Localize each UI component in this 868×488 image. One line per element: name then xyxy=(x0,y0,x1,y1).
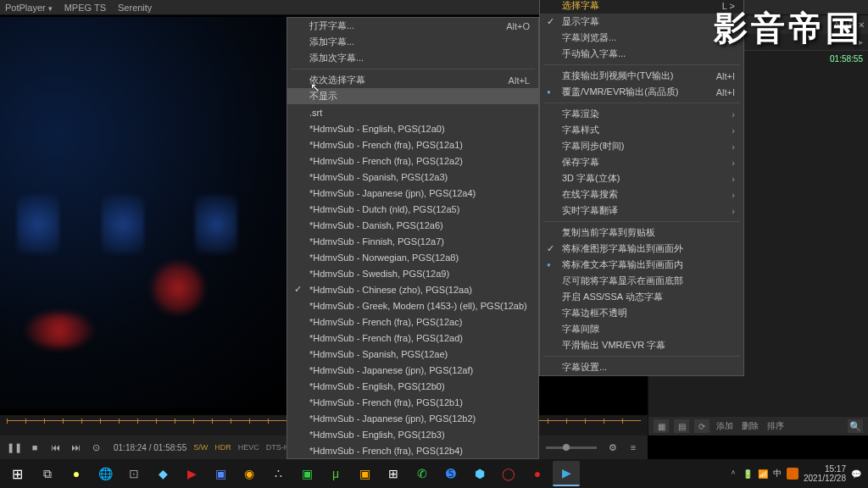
settings-icon[interactable]: ⚙ xyxy=(604,439,622,456)
subtitle-track-item[interactable]: *HdmvSub - Norwegian, PGS(12a8) xyxy=(287,249,538,265)
start-button[interactable]: ⊞ xyxy=(2,461,32,486)
menu2-border-opaque[interactable]: 字幕边框不透明 xyxy=(540,305,743,321)
menu2-ass-ssa[interactable]: 开启 ASS/SSA 动态字幕 xyxy=(540,289,743,305)
menu2-render[interactable]: 字幕渲染› xyxy=(540,106,743,122)
system-tray[interactable]: ＾ 🔋 📶 中 15:17 2021/12/28 💬 xyxy=(729,464,866,483)
subtitle-track-item[interactable]: *HdmvSub - English, PGS(12a0) xyxy=(287,120,538,136)
menu2-show-subtitle[interactable]: 显示字幕 xyxy=(540,14,743,30)
menu2-3d[interactable]: 3D 字幕(立体)› xyxy=(540,170,743,186)
subtitle-track-item[interactable]: *HdmvSub - French (fra), PGS(12ad) xyxy=(287,330,538,346)
subtitle-track-item[interactable]: *HdmvSub - Japanese (jpn), PGS(12a4) xyxy=(287,185,538,201)
subtitle-track-item[interactable]: *HdmvSub - English, PGS(12b0) xyxy=(287,378,538,394)
clock[interactable]: 15:17 2021/12/28 xyxy=(804,464,846,483)
menu-add-subtitle[interactable]: 添加字幕... xyxy=(287,34,538,50)
menu-select-in-turn[interactable]: 依次选择字幕Alt+L xyxy=(287,72,538,88)
time-display: 01:18:24 / 01:58:55 xyxy=(114,443,186,452)
video-viewport[interactable] xyxy=(0,17,287,408)
menu2-title[interactable]: 选择字幕L > xyxy=(540,0,743,14)
subtitle-track-item[interactable]: *HdmvSub - French (fra), PGS(12b1) xyxy=(287,394,538,410)
menu-srt[interactable]: .srt xyxy=(287,104,538,120)
menu2-gap[interactable]: 字幕间隙 xyxy=(540,321,743,337)
app-icon[interactable]: ◉ xyxy=(236,461,263,486)
search-icon[interactable]: 🔍 xyxy=(848,419,863,433)
webcam-icon[interactable]: ⊙ xyxy=(86,439,105,456)
menu2-bottom-display[interactable]: 尽可能将字幕显示在画面底部 xyxy=(540,273,743,289)
menu2-translate[interactable]: 实时字幕翻译› xyxy=(540,202,743,219)
app-icon[interactable]: ▶ xyxy=(178,461,205,486)
pause-button[interactable]: ❚❚ xyxy=(5,439,24,456)
menu2-sync[interactable]: 字幕同步(时间)› xyxy=(540,138,743,154)
menu-no-display[interactable]: 不显示 xyxy=(287,88,538,104)
app-icon[interactable]: ➎ xyxy=(437,461,465,486)
subtitle-track-item[interactable]: *HdmvSub - French (fra), PGS(12a1) xyxy=(287,136,538,152)
notification-icon[interactable]: 💬 xyxy=(851,469,861,479)
app-icon[interactable]: ▣ xyxy=(207,461,234,486)
subtitle-track-item[interactable]: *HdmvSub - French (fra), PGS(12a2) xyxy=(287,152,538,169)
menu2-smooth-vmr[interactable]: 平滑输出 VMR/EVR 字幕 xyxy=(540,337,743,353)
tray-battery-icon[interactable]: 🔋 xyxy=(743,469,753,479)
menu2-manual-input[interactable]: 手动输入字幕... xyxy=(540,46,743,62)
potplayer-task-icon[interactable]: ▶ xyxy=(553,461,580,486)
app-icon[interactable]: ∴ xyxy=(264,461,292,486)
playlist-btn-a[interactable]: ▦ xyxy=(654,419,669,433)
next-button[interactable]: ⏭ xyxy=(66,439,85,456)
menu2-settings[interactable]: 字幕设置... xyxy=(540,359,743,375)
windows-taskbar: ⊞ ⧉ ● 🌐 ⊡ ◆ ▶ ▣ ◉ ∴ ▣ μ ▣ ⊞ ✆ ➎ ⬢ ◯ ● ▶ … xyxy=(0,459,868,488)
tag-sw: S/W xyxy=(193,443,208,452)
subtitle-track-item[interactable]: *HdmvSub - Japanese (jpn), PGS(12b2) xyxy=(287,410,538,426)
playlist-btn-b[interactable]: ▤ xyxy=(674,419,689,433)
menu2-text-inside[interactable]: 将标准文本字幕输出到画面内 xyxy=(540,257,743,273)
app-name[interactable]: PotPlayer xyxy=(5,3,53,13)
playlist-toggle-icon[interactable]: ≡ xyxy=(624,439,643,456)
app-icon[interactable]: ▣ xyxy=(351,461,378,486)
app-icon[interactable]: ● xyxy=(524,461,551,486)
menu-open-subtitle[interactable]: 打开字幕...Alt+O xyxy=(287,18,538,34)
menu2-style[interactable]: 字幕样式› xyxy=(540,122,743,138)
app-icon[interactable]: ◯ xyxy=(495,461,522,486)
app-icon[interactable]: ▣ xyxy=(293,461,320,486)
tray-wifi-icon[interactable]: 📶 xyxy=(758,469,768,479)
app-icon[interactable]: ⬢ xyxy=(466,461,493,486)
menu2-save[interactable]: 保存字幕› xyxy=(540,154,743,170)
subtitle-track-item[interactable]: *HdmvSub - Danish, PGS(12a6) xyxy=(287,217,538,233)
prev-button[interactable]: ⏮ xyxy=(46,439,64,456)
playlist-sort[interactable]: 排序 xyxy=(765,420,786,432)
subtitle-track-item[interactable]: *HdmvSub - English, PGS(12b3) xyxy=(287,426,538,442)
app-icon[interactable]: 🌐 xyxy=(92,461,119,486)
subtitle-track-item[interactable]: *HdmvSub - Dutch (nld), PGS(12a5) xyxy=(287,201,538,217)
subtitle-track-item[interactable]: *HdmvSub - French (fra), PGS(12b4) xyxy=(287,442,538,458)
tray-app-icon[interactable] xyxy=(787,468,798,480)
menu2-direct-output[interactable]: 直接输出到视频中(TV输出)Alt+I xyxy=(540,68,743,84)
subtitle-track-item[interactable]: *HdmvSub - Chinese (zho), PGS(12aa) xyxy=(287,281,538,297)
menu2-subtitle-browser[interactable]: 字幕浏览器... xyxy=(540,30,743,46)
volume-slider[interactable] xyxy=(546,446,597,449)
subtitle-options-menu: 选择字幕L > 显示字幕 字幕浏览器... 手动输入字幕... 直接输出到视频中… xyxy=(539,0,744,376)
menu2-online-search[interactable]: 在线字幕搜索› xyxy=(540,186,743,202)
menu-add-secondary-subtitle[interactable]: 添加次字幕... xyxy=(287,50,538,66)
app-icon[interactable]: μ xyxy=(322,461,349,486)
playlist-add[interactable]: 添加 xyxy=(715,420,735,432)
stop-button[interactable]: ■ xyxy=(25,439,44,456)
app-icon[interactable]: ● xyxy=(63,461,90,486)
subtitle-track-item[interactable]: *HdmvSub - Spanish, PGS(12ae) xyxy=(287,346,538,362)
app-icon[interactable]: ◆ xyxy=(149,461,176,486)
tray-ime-icon[interactable]: 中 xyxy=(773,468,782,480)
menu2-copy-clipboard[interactable]: 复制当前字幕到剪贴板 xyxy=(540,225,743,241)
menu-group-open: 打开字幕...Alt+O 添加字幕... 添加次字幕... xyxy=(287,18,538,66)
subtitle-track-item[interactable]: *HdmvSub - French (fra), PGS(12ac) xyxy=(287,313,538,330)
subtitle-track-item[interactable]: *HdmvSub - Finnish, PGS(12a7) xyxy=(287,233,538,249)
subtitle-track-item[interactable]: *HdmvSub - Spanish, PGS(12a3) xyxy=(287,169,538,185)
subtitle-track-item[interactable]: *HdmvSub - Greek, Modern (1453-) (ell), … xyxy=(287,297,538,313)
playlist-delete[interactable]: 删除 xyxy=(740,420,760,432)
subtitle-context-menu: 打开字幕...Alt+O 添加字幕... 添加次字幕... 依次选择字幕Alt+… xyxy=(287,17,539,459)
playlist-btn-c[interactable]: ⟳ xyxy=(694,419,709,433)
subtitle-track-item[interactable]: *HdmvSub - Swedish, PGS(12a9) xyxy=(287,265,538,281)
subtitle-track-item[interactable]: *HdmvSub - Japanese (jpn), PGS(12af) xyxy=(287,362,538,378)
app-icon[interactable]: ✆ xyxy=(409,461,436,486)
tray-chevron-icon[interactable]: ＾ xyxy=(729,468,737,480)
app-icon[interactable]: ⊞ xyxy=(380,461,407,486)
taskview-icon[interactable]: ⧉ xyxy=(34,461,61,486)
app-icon[interactable]: ⊡ xyxy=(120,461,147,486)
menu2-overlay-output[interactable]: 覆盖/VMR/EVR输出(高品质)Alt+I xyxy=(540,84,743,100)
menu2-graphic-outside[interactable]: 将标准图形字幕输出到画面外 xyxy=(540,241,743,257)
